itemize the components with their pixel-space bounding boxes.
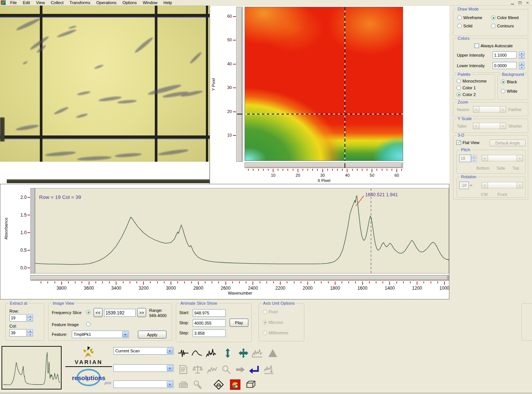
feature-dropdown[interactable]: TmpltPk1 ▼	[72, 331, 129, 338]
menu-transforms[interactable]: Transforms	[66, 0, 93, 5]
spectrum-horizontal-scrollbar[interactable]	[30, 275, 449, 281]
radio-monochrome[interactable]: Monochrome	[456, 79, 487, 83]
slider-track[interactable]	[488, 155, 517, 161]
always-autoscale-checkbox[interactable]: Always Autoscale	[475, 44, 513, 48]
upper-intensity-spinner[interactable]: ▲▼	[519, 51, 524, 59]
radio-contours[interactable]: Contours	[491, 24, 514, 28]
radio-millimetres[interactable]: Millimetres	[263, 331, 289, 335]
slice-back-button[interactable]: <<	[94, 308, 103, 317]
flat-view-checkbox[interactable]: Flat View	[456, 140, 479, 145]
slice-forward-button[interactable]: >>	[137, 308, 146, 317]
slider-right-arrow-icon[interactable]: >	[517, 182, 523, 188]
close-button[interactable]: ✕	[524, 0, 530, 5]
crosshair-horizontal-line[interactable]	[245, 114, 403, 114]
interferogram-icon[interactable]	[177, 347, 189, 359]
radio-pixel[interactable]: Pixel	[263, 310, 278, 314]
rotation-value-field[interactable]: -18	[459, 182, 469, 189]
pitch-value-field[interactable]: 18	[459, 155, 471, 162]
frequency-slice-field[interactable]: 1539.192	[104, 309, 136, 317]
radio-solid[interactable]: Solid	[457, 24, 472, 28]
smooth-curve-icon[interactable]	[191, 347, 203, 359]
rotation-slider[interactable]: <>	[482, 182, 523, 188]
lower-intensity-spinner[interactable]: ▲▼	[519, 62, 524, 69]
slider-left-arrow-icon[interactable]: <	[473, 123, 479, 129]
peaks-pick-icon[interactable]	[205, 347, 217, 359]
radio-color-bleed[interactable]: Color Bleed	[491, 15, 518, 20]
color-palette-icon[interactable]	[229, 379, 241, 390]
chevron-down-icon[interactable]: ▼	[167, 381, 173, 387]
menu-help[interactable]: Help	[160, 0, 175, 5]
chevron-down-icon[interactable]: ▼	[122, 331, 128, 337]
radio-microns[interactable]: Microns	[263, 320, 283, 325]
restore-button[interactable]	[517, 0, 523, 5]
radio-color-1[interactable]: Color 1	[456, 86, 476, 90]
heatmap-x-tick-label: 10	[267, 173, 279, 177]
move-icon[interactable]	[237, 347, 249, 359]
scan-dropdown-2[interactable]: ▼	[113, 364, 174, 372]
spectrum-x-tick	[47, 281, 48, 283]
stop-field[interactable]: 4000.355	[193, 319, 226, 327]
scrollbar-thumb[interactable]	[245, 163, 402, 167]
start-field[interactable]: 948.975	[193, 309, 226, 317]
scrollbar-thumb[interactable]	[31, 276, 447, 280]
minimize-button[interactable]	[509, 0, 515, 5]
menu-edit[interactable]: Edit	[20, 0, 33, 5]
apply-button[interactable]: Apply	[138, 331, 166, 338]
slider-track[interactable]	[479, 106, 500, 113]
spectrum-vertical-strip[interactable]	[30, 188, 35, 274]
zoom-slider[interactable]: <>	[473, 106, 506, 113]
scrollbar-thumb[interactable]	[237, 8, 242, 162]
menu-file[interactable]: File	[7, 0, 20, 5]
default-angle-button[interactable]: Default Angle	[490, 140, 526, 146]
enter-icon[interactable]	[248, 364, 260, 375]
quality-check-icon[interactable]	[213, 379, 225, 390]
y-scale-slider[interactable]: <>	[473, 123, 506, 129]
slider-track[interactable]	[479, 123, 500, 129]
col-spinner[interactable]: ▲▼	[27, 329, 33, 337]
slider-right-arrow-icon[interactable]: >	[517, 155, 523, 161]
spectrum-cursor-line[interactable]	[371, 188, 371, 274]
slider-left-arrow-icon[interactable]: <	[482, 182, 488, 188]
scan-dropdown-1[interactable]: Current Scan▼	[113, 347, 174, 355]
upper-intensity-field[interactable]: 1.1000	[493, 51, 517, 59]
expand-vertical-icon[interactable]	[222, 347, 234, 359]
overview-spectrum-thumbnail[interactable]	[2, 346, 62, 389]
radio-white[interactable]: White	[501, 89, 517, 93]
radio-black[interactable]: Black	[501, 80, 517, 84]
pitch-slider[interactable]: <>	[482, 155, 523, 161]
slider-track[interactable]	[488, 182, 517, 188]
lower-intensity-field[interactable]: 0.0000	[493, 62, 517, 69]
step-field[interactable]: 3.858	[193, 329, 226, 337]
menu-window[interactable]: Window	[140, 0, 160, 5]
pitch-top-label: Top	[512, 166, 519, 170]
radio-wireframe[interactable]: Wireframe	[457, 15, 482, 20]
pitch-spinner[interactable]: ▲▼	[471, 155, 477, 162]
scan-dropdown-3[interactable]: ▼	[113, 380, 174, 388]
slider-left-arrow-icon[interactable]: <	[473, 106, 479, 113]
chevron-down-icon[interactable]: ▼	[167, 348, 173, 354]
row-spinner[interactable]: ▲▼	[27, 314, 33, 322]
rotation-spinner[interactable]: ◂▸	[470, 183, 473, 187]
play-button[interactable]: Play	[230, 319, 248, 327]
frequency-slice-radio[interactable]	[86, 310, 91, 314]
slider-right-arrow-icon[interactable]: >	[500, 123, 506, 129]
menu-collect[interactable]: Collect	[48, 0, 66, 5]
heatmap-vertical-scrollbar[interactable]	[236, 7, 243, 162]
chevron-down-icon[interactable]: ▼	[167, 365, 173, 371]
menu-operations[interactable]: Operations	[93, 0, 119, 5]
feature-image-radio[interactable]	[86, 322, 91, 326]
spectrum-y-tick-label: 2.0	[15, 195, 27, 200]
crosshair-vertical-line[interactable]	[345, 7, 345, 161]
col-field[interactable]: 39	[9, 329, 27, 337]
row-field[interactable]: 19	[9, 314, 27, 322]
menu-view[interactable]: View	[33, 0, 48, 5]
slider-left-arrow-icon[interactable]: <	[482, 155, 488, 161]
menu-options[interactable]: Options	[119, 0, 140, 5]
camera-image[interactable]	[0, 6, 210, 162]
heatmap-horizontal-scrollbar[interactable]	[245, 162, 403, 168]
slider-right-arrow-icon[interactable]: >	[500, 106, 506, 113]
export-3d-icon[interactable]	[245, 379, 257, 390]
spectrum-plot[interactable]: Row = 19 Col = 39 1640.521 1.941	[35, 188, 449, 274]
heatmap-image[interactable]	[245, 7, 403, 161]
radio-color-2[interactable]: Color 2	[456, 92, 476, 97]
